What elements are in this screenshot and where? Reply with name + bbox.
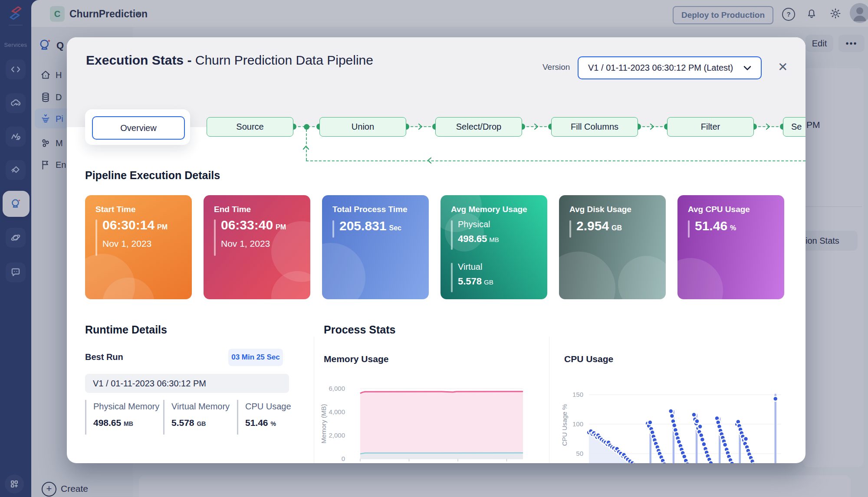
svg-text:CPU Usage %: CPU Usage % — [561, 404, 568, 446]
close-icon[interactable]: ✕ — [778, 60, 788, 74]
memory-usage-chart: 02,0004,0006,000Memory (MB) — [319, 369, 545, 463]
card-title: Start Time — [95, 205, 136, 214]
best-run-badge: 03 Min 25 Sec — [228, 349, 283, 366]
arrow-right-icon — [418, 123, 423, 130]
card-title: Total Process Time — [332, 205, 407, 214]
arrow-right-icon — [649, 123, 654, 130]
card-title: Avg Disk Usage — [569, 205, 631, 214]
svg-text:100: 100 — [572, 420, 583, 428]
process-stats-heading: Process Stats — [324, 324, 395, 336]
avg-cpu-usage-card: Avg CPU Usage 51.46% — [677, 195, 784, 299]
avg-disk-usage-card: Avg Disk Usage 2.954GB — [559, 195, 666, 299]
execution-stats-modal: Execution Stats - Churn Prediction Data … — [67, 37, 806, 463]
pipeline-node-fill-columns[interactable]: Fill Columns — [551, 117, 638, 137]
arrow-right-icon — [533, 123, 539, 130]
version-select[interactable]: V1 / 01-11-2023 06:30:12 PM (Latest) — [578, 56, 762, 79]
svg-text:0: 0 — [342, 455, 345, 462]
pipeline-node-source[interactable]: Source — [207, 117, 293, 137]
avg-memory-usage-card: Avg Memory Usage Physical 498.65MB Virtu… — [441, 195, 547, 299]
section-divider — [314, 337, 314, 463]
pipeline-details-heading: Pipeline Execution Details — [85, 169, 220, 182]
pipeline-node-select-drop[interactable]: Select/Drop — [435, 117, 522, 137]
svg-text:4,000: 4,000 — [329, 408, 345, 415]
start-time-card: Start Time 06:30:14PM Nov 1, 2023 — [85, 195, 192, 299]
cpu-usage-metric: CPU Usage 51.46 % — [237, 400, 302, 435]
arrow-right-icon — [765, 123, 770, 130]
feedback-line-horizontal — [306, 160, 806, 161]
end-time-card: End Time 06:33:40PM Nov 1, 2023 — [204, 195, 310, 299]
chart-divider — [549, 337, 549, 463]
pipeline-node-union[interactable]: Union — [319, 117, 406, 137]
pipeline-node-partial[interactable]: Se — [783, 117, 806, 137]
version-value: V1 / 01-11-2023 06:30:12 PM (Latest) — [588, 63, 743, 73]
svg-text:150: 150 — [572, 391, 583, 398]
svg-text:6,000: 6,000 — [329, 385, 345, 392]
card-title: Avg CPU Usage — [688, 205, 750, 214]
chevron-down-icon — [743, 65, 751, 71]
branch-dot — [304, 124, 309, 130]
memory-chart-title: Memory Usage — [324, 354, 388, 364]
cpu-chart-title: CPU Usage — [564, 354, 613, 364]
svg-text:Memory (MB): Memory (MB) — [320, 404, 327, 444]
runtime-details-heading: Runtime Details — [85, 324, 167, 336]
svg-text:50: 50 — [576, 450, 583, 457]
total-process-time-card: Total Process Time 205.831Sec — [322, 195, 429, 299]
overview-tab[interactable]: Overview — [92, 116, 185, 140]
virtual-memory-metric: Virtual Memory 5.578 GB — [163, 400, 233, 435]
svg-text:2,000: 2,000 — [329, 432, 345, 439]
best-run-label: Best Run — [85, 352, 123, 362]
feedback-line-vertical — [306, 129, 307, 160]
card-title: Avg Memory Usage — [451, 205, 527, 214]
modal-title: Execution Stats - Churn Prediction Data … — [86, 53, 373, 68]
pipeline-node-filter[interactable]: Filter — [667, 117, 754, 137]
best-run-version: V1 / 01-11-2023 06:30:12 PM — [85, 374, 289, 393]
physical-memory-metric: Physical Memory 498.65 MB — [85, 400, 160, 435]
card-title: End Time — [214, 205, 251, 214]
version-label: Version — [542, 62, 570, 72]
cpu-usage-chart: 50100150CPU Usage % — [560, 369, 790, 463]
